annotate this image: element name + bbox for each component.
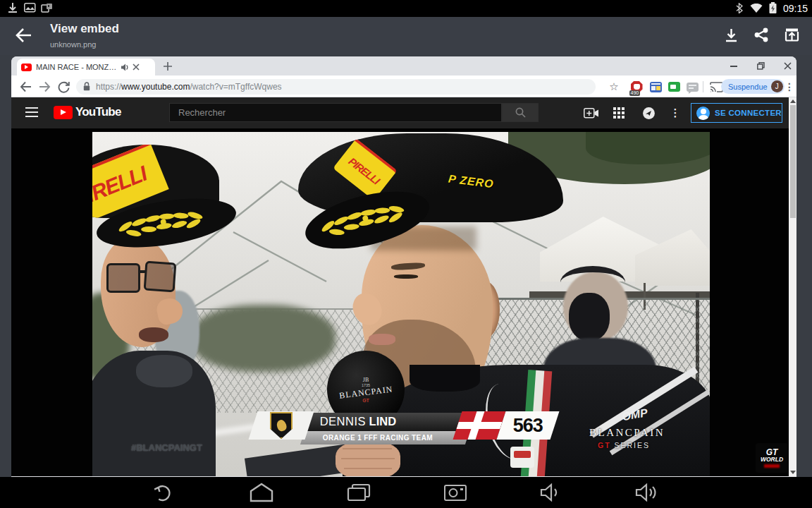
scroll-up-arrow[interactable] bbox=[790, 99, 796, 103]
share-icon[interactable] bbox=[754, 28, 768, 42]
url-path: /watch?v=mTgffcWqwes bbox=[190, 82, 281, 92]
messages-icon[interactable] bbox=[641, 106, 656, 120]
android-nav-bar bbox=[0, 477, 812, 508]
interviewer-mouth bbox=[139, 327, 168, 342]
video-frame[interactable]: PIRELLI bbox=[92, 132, 710, 476]
nav-back-icon[interactable] bbox=[152, 483, 176, 502]
team-name: ORANGE 1 FFF RACING TEAM bbox=[303, 431, 468, 442]
cap-sponsor-text: PIRELLI bbox=[347, 155, 382, 186]
chat-extension-icon[interactable] bbox=[684, 78, 701, 95]
car-number-plate: 563 bbox=[497, 411, 560, 440]
lower-third-name-bar: DENNIS LIND bbox=[295, 413, 479, 431]
youtube-play-icon bbox=[54, 106, 73, 119]
browser-menu-icon[interactable]: ⋮ bbox=[781, 78, 796, 95]
embed-filename: unknown.png bbox=[50, 40, 96, 49]
channel-watermark[interactable]: GT WORLD bbox=[756, 443, 788, 473]
back-arrow-icon[interactable] bbox=[15, 28, 32, 43]
sign-in-label: SE CONNECTER bbox=[715, 109, 782, 117]
nav-volume-up-icon[interactable] bbox=[635, 483, 660, 502]
bluetooth-icon bbox=[736, 3, 743, 13]
nav-screenshot-icon[interactable] bbox=[443, 483, 467, 502]
download-icon[interactable] bbox=[725, 28, 738, 42]
embed-title: View embed bbox=[50, 22, 119, 36]
tab-title: MAIN RACE - MONZA - Blan bbox=[36, 63, 121, 71]
nav-forward-button[interactable] bbox=[36, 78, 53, 95]
mic-brand-sub: GT bbox=[362, 398, 369, 403]
series-series-text: SERIES bbox=[615, 441, 651, 449]
nav-home-icon[interactable] bbox=[249, 483, 274, 502]
adblock-counter-badge: 490 bbox=[629, 90, 641, 96]
menu-icon[interactable] bbox=[25, 107, 38, 117]
nav-back-button[interactable] bbox=[17, 78, 34, 95]
blue-extension-icon[interactable] bbox=[647, 78, 664, 95]
profile-chip[interactable]: Suspendue J bbox=[721, 79, 785, 94]
search-icon bbox=[515, 107, 526, 118]
watermark-red-mark bbox=[764, 464, 780, 468]
wifi-icon bbox=[750, 4, 763, 13]
download-notification-icon bbox=[7, 2, 18, 14]
browser-toolbar: https://www.youtube.com/watch?v=mTgffcWq… bbox=[11, 75, 796, 97]
search-input[interactable] bbox=[169, 103, 502, 122]
reload-button[interactable] bbox=[55, 78, 72, 95]
youtube-wordmark: YouTube bbox=[75, 105, 121, 119]
youtube-logo[interactable]: YouTube bbox=[54, 105, 121, 119]
lower-third-team-bar: ORANGE 1 FFF RACING TEAM bbox=[300, 431, 469, 445]
hand-holding-mic bbox=[336, 441, 400, 476]
tab-close-icon[interactable] bbox=[133, 64, 140, 71]
clock: 09:15 bbox=[783, 3, 808, 14]
youtube-favicon bbox=[21, 64, 32, 71]
driver-cap: PIRELLI P ZERO bbox=[298, 133, 563, 245]
bookmark-star-icon[interactable]: ☆ bbox=[605, 78, 622, 95]
driver-last-name: LIND bbox=[369, 415, 397, 428]
page-scrollbar[interactable] bbox=[789, 97, 796, 476]
glasses-right-lens bbox=[144, 261, 177, 293]
greenery bbox=[191, 305, 336, 372]
glasses-bridge bbox=[139, 270, 146, 273]
address-bar[interactable]: https://www.youtube.com/watch?v=mTgffcWq… bbox=[76, 79, 596, 95]
battery-charging-icon bbox=[769, 2, 777, 14]
hashtag-watermark: #BLANCPAINGT bbox=[131, 442, 202, 453]
browser-viewport: YouTube ⋮ SE CONNECTER bbox=[11, 97, 796, 476]
nav-recents-icon[interactable] bbox=[347, 483, 371, 502]
create-video-icon[interactable] bbox=[584, 106, 599, 120]
series-branding: BLANCPAIN GT SERIES bbox=[589, 427, 665, 449]
headphones-earcup bbox=[569, 293, 610, 341]
restore-button[interactable] bbox=[750, 56, 771, 75]
tab-audio-icon[interactable] bbox=[121, 64, 129, 71]
apps-grid-icon[interactable] bbox=[611, 106, 627, 120]
sign-in-button[interactable]: SE CONNECTER bbox=[691, 103, 782, 123]
scrollbar-thumb[interactable] bbox=[790, 105, 796, 218]
lock-icon bbox=[83, 82, 90, 91]
adblock-extension-icon[interactable]: 490 bbox=[628, 78, 645, 95]
close-window-button[interactable] bbox=[777, 56, 796, 75]
watermark-world: WORLD bbox=[761, 456, 783, 463]
search-button[interactable] bbox=[502, 103, 539, 122]
video-player[interactable]: PIRELLI bbox=[11, 128, 789, 476]
glasses-left-lens bbox=[106, 263, 140, 293]
car-number: 563 bbox=[513, 415, 543, 437]
browser-tab[interactable]: MAIN RACE - MONZA - Blan bbox=[17, 59, 155, 75]
youtube-header: YouTube ⋮ SE CONNECTER bbox=[11, 97, 789, 128]
url-scheme: https:// bbox=[96, 82, 121, 92]
nav-volume-down-icon[interactable] bbox=[540, 483, 562, 502]
series-brand-text: BLANCPAIN bbox=[589, 427, 665, 439]
mic-brand-initials: JB bbox=[363, 377, 369, 383]
new-tab-button[interactable] bbox=[164, 62, 172, 71]
image-notification-icon bbox=[24, 3, 36, 13]
lower-third-logo-plate bbox=[249, 411, 314, 440]
browser-tabstrip: MAIN RACE - MONZA - Blan bbox=[11, 56, 796, 75]
more-options-icon[interactable]: ⋮ bbox=[668, 106, 683, 120]
driver-lips bbox=[369, 334, 395, 345]
desktop-background: MAIN RACE - MONZA - Blan bbox=[0, 55, 812, 477]
green-extension-icon[interactable] bbox=[665, 78, 682, 95]
account-icon bbox=[696, 107, 710, 120]
suit-collar bbox=[410, 365, 480, 392]
browser-window: MAIN RACE - MONZA - Blan bbox=[11, 56, 796, 477]
minimize-button[interactable] bbox=[723, 56, 744, 75]
driver-first-name: DENNIS bbox=[320, 415, 366, 428]
cap-sponsor-text: PIRELLI bbox=[92, 162, 150, 212]
scroll-down-arrow[interactable] bbox=[790, 471, 796, 474]
open-in-browser-icon[interactable] bbox=[785, 28, 799, 42]
team-emblem bbox=[510, 447, 534, 468]
android-status-bar: 09:15 bbox=[0, 0, 812, 17]
